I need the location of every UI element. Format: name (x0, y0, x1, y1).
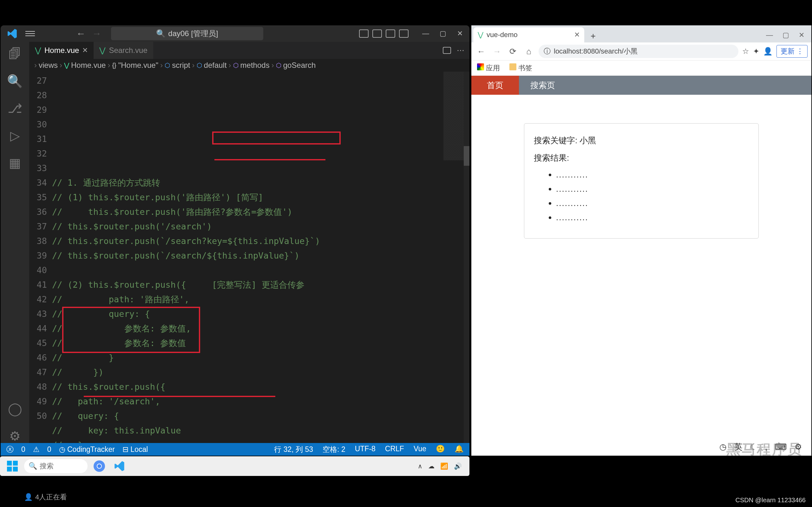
new-tab-button[interactable]: + (587, 30, 600, 43)
command-center[interactable]: 🔍 day06 [管理员] (111, 27, 263, 40)
breadcrumb[interactable]: script (172, 61, 190, 70)
browser-tab[interactable]: ⋁ vue-demo ✕ (473, 27, 584, 43)
status-bar: ⓧ0 ⚠0 ◷ CodingTracker ⊟ Local 行 32, 列 53… (1, 443, 469, 456)
tray-network-icon[interactable]: 📶 (440, 462, 448, 470)
env-label[interactable]: ⊟ Local (122, 445, 148, 454)
star-icon[interactable]: ☆ (742, 47, 749, 56)
update-button[interactable]: 更新 ⋮ (776, 45, 808, 58)
gear-icon[interactable]: ⚙ (8, 429, 22, 443)
breadcrumb[interactable]: methods (241, 61, 270, 70)
bookmark-folder[interactable]: 书签 (509, 63, 532, 73)
puzzle-icon[interactable]: ✦ (753, 47, 759, 56)
layout-bottom-icon[interactable] (372, 30, 382, 38)
tray-expand-icon[interactable]: ∧ (418, 462, 422, 470)
encoding[interactable]: UTF-8 (355, 445, 375, 454)
tab-home-vue[interactable]: ⋁ Home.vue ✕ (29, 42, 94, 59)
home-icon[interactable]: ⌂ (523, 45, 535, 57)
tab-search-vue[interactable]: ⋁ Search.vue (94, 42, 153, 59)
tab-title: vue-demo (487, 31, 518, 39)
eol[interactable]: CRLF (385, 445, 404, 454)
indent-info[interactable]: 空格: 2 (322, 445, 345, 454)
profile-icon[interactable]: 👤 (763, 47, 773, 56)
git-icon[interactable]: ⎇ (8, 101, 22, 115)
svg-rect-0 (7, 461, 12, 465)
breadcrumb[interactable]: views (39, 61, 58, 70)
search-sidebar-icon[interactable]: 🔍 (8, 74, 22, 88)
tray-cloud-icon[interactable]: ☁ (428, 462, 435, 470)
result-item: ........... (556, 199, 749, 208)
cursor-pos[interactable]: 行 32, 列 53 (274, 445, 313, 454)
watermark: 黑马程序员 (726, 440, 803, 459)
extensions-icon[interactable]: ▦ (8, 156, 22, 170)
breadcrumb[interactable]: default (204, 61, 227, 70)
hamburger-icon[interactable] (26, 29, 35, 38)
maximize-icon[interactable]: ▢ (438, 29, 447, 38)
annotation-underline (214, 159, 325, 160)
svg-rect-1 (13, 461, 18, 465)
result-label: 搜索结果: (534, 153, 749, 164)
close-icon[interactable]: ✕ (455, 29, 464, 38)
nav-back-icon[interactable]: ← (76, 28, 86, 39)
tray-volume-icon[interactable]: 🔊 (454, 462, 462, 470)
nav-forward-icon: → (92, 28, 101, 39)
split-editor-icon[interactable] (443, 47, 451, 54)
breadcrumb[interactable]: Home.vue (71, 61, 106, 70)
code-content[interactable]: // 1. 通过路径的方式跳转// (1) this.$router.push(… (52, 72, 469, 443)
vscode-taskbar-icon[interactable] (111, 458, 128, 475)
reload-icon[interactable]: ⟳ (507, 45, 519, 57)
feedback-icon[interactable]: 🙂 (436, 445, 445, 454)
close-icon[interactable]: ✕ (799, 31, 804, 39)
layout-right-icon[interactable] (386, 30, 395, 38)
bell-icon[interactable]: 🔔 (455, 445, 464, 454)
result-item: ........... (556, 170, 749, 180)
search-icon: 🔍 (156, 29, 165, 38)
breadcrumb[interactable]: "Home.vue" (118, 61, 158, 70)
nav-tab-home[interactable]: 首页 (471, 76, 519, 95)
back-icon[interactable]: ← (475, 45, 487, 57)
minimap[interactable] (444, 72, 466, 160)
tab-label: Search.vue (109, 46, 147, 55)
line-number-gutter: 2728293031323334353637383940414243444546… (29, 72, 52, 443)
files-icon[interactable]: 🗐 (8, 47, 22, 61)
layout-left-icon[interactable] (359, 30, 368, 38)
chrome-icon[interactable] (91, 458, 108, 475)
result-list: ........................................… (556, 170, 749, 222)
coding-tracker[interactable]: ◷ CodingTracker (59, 445, 115, 454)
search-icon: 🔍 (29, 462, 37, 470)
tab-label: Home.vue (44, 46, 79, 55)
breadcrumb[interactable]: goSearch (283, 61, 316, 70)
scrollbar[interactable] (464, 72, 469, 443)
layout-grid-icon[interactable] (399, 30, 409, 38)
search-text: day06 [管理员] (168, 29, 218, 39)
address-bar[interactable]: ⓘ localhost:8080/search/小黑 (539, 45, 739, 58)
info-icon[interactable]: ⓘ (544, 47, 551, 56)
errors-icon[interactable]: ⓧ (6, 445, 14, 454)
minimize-icon[interactable]: — (766, 31, 773, 39)
system-tray[interactable]: ∧ ☁ 📶 🔊 (418, 462, 466, 470)
code-editor[interactable]: 2728293031323334353637383940414243444546… (29, 72, 469, 443)
errors-count[interactable]: 0 (21, 445, 26, 454)
close-tab-icon[interactable]: ✕ (82, 46, 88, 55)
csdn-watermark: CSDN @learn 11233466 (735, 497, 806, 504)
minimize-icon[interactable]: — (421, 29, 430, 38)
apps-bookmark[interactable]: 应用 (477, 63, 500, 73)
sync-icon[interactable]: ◷ (719, 442, 727, 452)
warnings-icon[interactable]: ⚠ (33, 445, 40, 454)
nav-tab-search[interactable]: 搜索页 (519, 76, 566, 95)
start-button[interactable] (4, 458, 21, 475)
vscode-logo-icon (7, 28, 18, 39)
lang-mode[interactable]: Vue (414, 445, 426, 454)
activity-bar: 🗐 🔍 ⎇ ▷ ▦ ◯ ⚙ (1, 42, 29, 443)
close-tab-icon[interactable]: ✕ (574, 31, 580, 39)
bookmark-bar: 应用 书签 (471, 60, 811, 76)
vue-file-icon: ⋁ (35, 46, 41, 55)
title-bar: ← → 🔍 day06 [管理员] — ▢ ✕ (1, 25, 469, 42)
maximize-icon[interactable]: ▢ (782, 31, 789, 39)
account-icon[interactable]: ◯ (8, 402, 22, 416)
warnings-count[interactable]: 0 (47, 445, 51, 454)
breadcrumbs[interactable]: ›views ›⋁Home.vue ›{}"Home.vue" ›⬡script… (29, 59, 469, 72)
debug-icon[interactable]: ▷ (8, 129, 22, 143)
more-icon[interactable]: ⋯ (457, 46, 464, 55)
taskbar-search[interactable]: 🔍 搜索 (24, 459, 88, 473)
vscode-window: ← → 🔍 day06 [管理员] — ▢ ✕ 🗐 🔍 ⎇ ▷ ▦ ◯ ⚙ (1, 25, 469, 456)
